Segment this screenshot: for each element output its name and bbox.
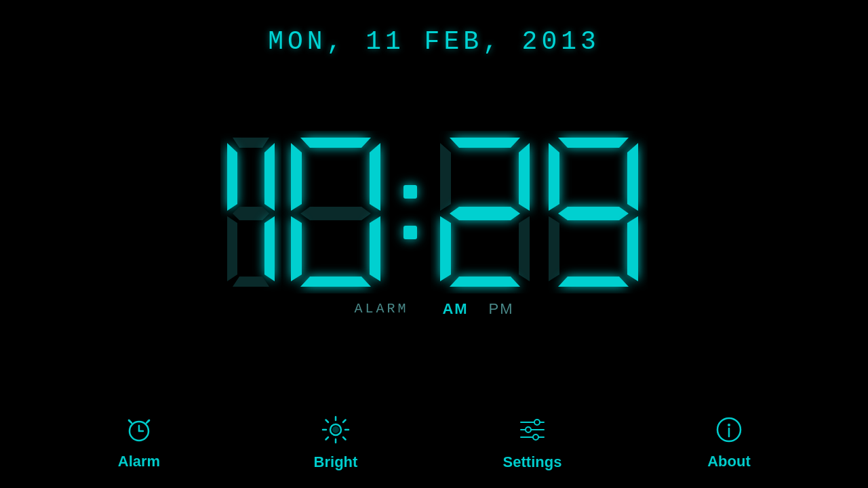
settings-nav-label: Settings [503, 453, 562, 471]
svg-marker-10 [300, 207, 371, 220]
svg-marker-22 [450, 277, 520, 287]
svg-point-52 [533, 434, 538, 440]
svg-marker-29 [558, 277, 629, 287]
svg-marker-17 [440, 143, 451, 211]
svg-marker-21 [519, 216, 530, 281]
bright-nav-label: Bright [314, 453, 358, 471]
alarm-nav-label: Alarm [118, 453, 160, 470]
settings-icon [518, 415, 547, 448]
am-button[interactable]: AM [442, 300, 468, 318]
svg-point-48 [534, 420, 540, 425]
svg-marker-12 [370, 216, 380, 281]
svg-marker-0 [233, 138, 269, 148]
svg-marker-6 [233, 277, 269, 287]
svg-marker-27 [549, 216, 559, 281]
svg-marker-24 [549, 143, 559, 211]
svg-marker-25 [627, 143, 638, 211]
ampm-alarm-row: ALARM AM PM [354, 300, 513, 318]
svg-marker-9 [370, 143, 380, 211]
nav-item-about[interactable]: About [688, 416, 770, 470]
svg-marker-20 [440, 216, 451, 281]
svg-line-35 [129, 420, 130, 422]
svg-line-44 [343, 420, 346, 423]
svg-point-54 [728, 424, 730, 426]
svg-rect-14 [403, 185, 417, 199]
svg-marker-23 [558, 138, 629, 148]
svg-marker-2 [264, 143, 275, 211]
clock-area: ALARM AM PM [220, 43, 648, 405]
clock-digits [220, 131, 648, 293]
digit-2 [431, 131, 539, 293]
digit-0 [281, 131, 390, 293]
svg-marker-18 [519, 143, 530, 211]
svg-point-46 [332, 426, 339, 433]
about-nav-label: About [707, 453, 751, 470]
svg-marker-11 [291, 216, 302, 281]
nav-item-alarm[interactable]: Alarm [98, 416, 180, 470]
info-icon [715, 416, 743, 447]
nav-item-settings[interactable]: Settings [492, 415, 573, 471]
svg-line-42 [326, 420, 329, 423]
svg-marker-13 [300, 277, 371, 287]
svg-point-50 [526, 427, 531, 432]
svg-marker-7 [300, 138, 371, 148]
svg-rect-15 [403, 226, 417, 239]
colon [390, 131, 431, 293]
svg-marker-28 [627, 216, 638, 281]
nav-item-bright[interactable]: Bright [295, 415, 376, 471]
digit-1 [220, 131, 281, 293]
svg-line-36 [148, 420, 149, 422]
svg-marker-5 [264, 216, 275, 281]
svg-marker-19 [450, 207, 520, 220]
svg-marker-4 [227, 216, 237, 281]
digit-9 [539, 131, 648, 293]
alarm-icon [125, 416, 153, 447]
svg-marker-1 [227, 143, 237, 211]
bottom-nav: Alarm Bright [0, 405, 868, 488]
svg-marker-8 [291, 143, 302, 211]
svg-marker-16 [450, 138, 520, 148]
svg-line-43 [343, 437, 346, 440]
svg-marker-26 [558, 207, 629, 220]
svg-marker-3 [233, 207, 269, 220]
svg-line-45 [326, 437, 329, 440]
alarm-label: ALARM [354, 301, 408, 317]
bright-icon [321, 415, 350, 448]
pm-button[interactable]: PM [489, 300, 514, 318]
